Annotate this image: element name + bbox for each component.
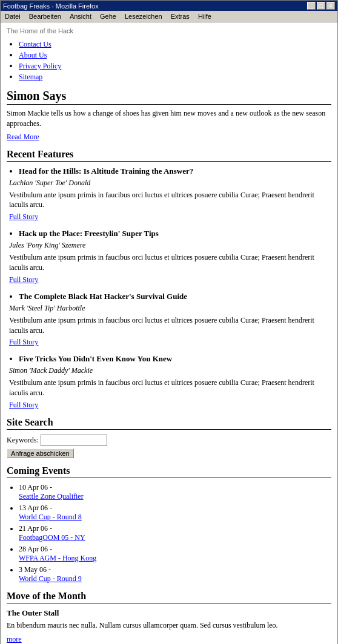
move-of-month-section: Move of the Month The Outer Stall En bib…: [7, 591, 331, 644]
list-item: Contact Us: [19, 39, 331, 49]
recent-features-title: Recent Features: [7, 149, 331, 162]
move-subtitle: The Outer Stall: [7, 608, 331, 618]
window-controls: _ □ ✕: [307, 2, 335, 10]
title-bar: Footbag Freaks - Mozilla Firefox _ □ ✕: [1, 1, 337, 11]
menu-lesezeichen[interactable]: Lesezeichen: [123, 12, 164, 21]
nav-privacy[interactable]: Privacy Policy: [19, 62, 61, 70]
list-item: 21 Apr 06 - FootbagOOM 05 - NY: [19, 524, 331, 542]
feature-author-4: Simon 'Mack Daddy' Mackie: [9, 366, 331, 375]
event-link-4[interactable]: WFPA AGM - Hong Kong: [19, 554, 96, 562]
window-title: Footbag Freaks - Mozilla Firefox: [3, 2, 99, 10]
event-link-5[interactable]: World Cup - Round 9: [19, 574, 82, 583]
simon-says-section: Simon Says Simon Mackie tells us how a c…: [7, 89, 331, 142]
feature-desc-1: Vestibulum ante ipsum primis in faucibus…: [9, 190, 331, 211]
browser-window: Footbag Freaks - Mozilla Firefox _ □ ✕ D…: [0, 0, 338, 644]
move-of-month-title: Move of the Month: [7, 591, 331, 603]
menu-bar: Datei Bearbeiten Ansicht Gehe Lesezeiche…: [1, 11, 337, 22]
menu-bearbeiten[interactable]: Bearbeiten: [27, 12, 63, 21]
list-item: 28 Apr 06 - WFPA AGM - Hong Kong: [19, 545, 331, 563]
feature-title-4: Five Tricks You Didn't Even Know You Kne…: [19, 354, 331, 364]
menu-gehe[interactable]: Gehe: [98, 12, 118, 21]
feature-link-2[interactable]: Full Story: [9, 275, 331, 284]
nav-contact[interactable]: Contact Us: [19, 40, 51, 48]
minimize-button[interactable]: _: [307, 2, 316, 10]
list-item: Hack up the Place: Freestylin' Super Tip…: [19, 229, 331, 284]
list-item: Five Tricks You Didn't Even Know You Kne…: [19, 354, 331, 410]
feature-desc-2: Vestibulum ante ipsum primis in faucibus…: [9, 252, 331, 273]
nav-sitemap[interactable]: Sitemap: [19, 73, 42, 81]
list-item: Privacy Policy: [19, 61, 331, 71]
coming-events-section: Coming Events 10 Apr 06 - Seattle Zone Q…: [7, 465, 331, 583]
feature-author-1: Lachlan 'Super Toe' Donald: [9, 179, 331, 188]
search-input[interactable]: [41, 435, 107, 446]
event-date-2: 13 Apr 06 -: [19, 504, 52, 512]
read-more-link[interactable]: Read More: [7, 133, 331, 142]
list-item: 10 Apr 06 - Seattle Zone Qualifier: [19, 483, 331, 501]
nav-links: Contact Us About Us Privacy Policy Sitem…: [7, 39, 331, 82]
site-tagline: The Home of the Hack: [7, 27, 331, 34]
event-date-1: 10 Apr 06 -: [19, 483, 52, 491]
menu-hilfe[interactable]: Hilfe: [196, 12, 213, 21]
feature-link-1[interactable]: Full Story: [9, 212, 331, 222]
list-item: Sitemap: [19, 72, 331, 82]
recent-features-section: Recent Features Head for the Hills: Is A…: [7, 149, 331, 410]
event-link-3[interactable]: FootbagOOM 05 - NY: [19, 533, 85, 542]
feature-author-3: Mark 'Steel Tip' Harbottle: [9, 304, 331, 313]
maximize-button[interactable]: □: [317, 2, 325, 10]
nav-about[interactable]: About Us: [19, 51, 47, 59]
feature-link-3[interactable]: Full Story: [9, 338, 331, 347]
feature-link-4[interactable]: Full Story: [9, 401, 331, 410]
list-item: The Complete Black Hat Hacker's Survival…: [19, 292, 331, 347]
feature-desc-4: Vestibulum ante ipsum primis in faucibus…: [9, 378, 331, 398]
list-item: Head for the Hills: Is Altitude Training…: [19, 166, 331, 222]
simon-says-title: Simon Says: [7, 89, 331, 105]
list-item: 3 May 06 - World Cup - Round 9: [19, 565, 331, 583]
menu-extras[interactable]: Extras: [169, 12, 191, 21]
feature-author-2: Jules 'Pony King' Szemere: [9, 241, 331, 250]
keywords-label: Keywords:: [7, 435, 331, 446]
simon-says-intro: Simon Mackie tells us how a change of sh…: [7, 108, 331, 129]
close-button[interactable]: ✕: [326, 2, 335, 10]
list-item: About Us: [19, 50, 331, 60]
events-list: 10 Apr 06 - Seattle Zone Qualifier 13 Ap…: [19, 483, 331, 583]
page-content: The Home of the Hack Contact Us About Us…: [1, 22, 337, 644]
site-search-section: Site Search Keywords: Anfrage abschicken: [7, 417, 331, 458]
site-search-title: Site Search: [7, 417, 331, 430]
event-link-1[interactable]: Seattle Zone Qualifier: [19, 492, 84, 501]
coming-events-title: Coming Events: [7, 465, 331, 478]
more-link[interactable]: more: [7, 635, 22, 643]
event-link-2[interactable]: World Cup - Round 8: [19, 513, 82, 521]
feature-title-2: Hack up the Place: Freestylin' Super Tip…: [19, 229, 331, 238]
features-list: Head for the Hills: Is Altitude Training…: [19, 166, 331, 410]
search-button[interactable]: Anfrage abschicken: [7, 448, 74, 458]
move-desc: En bibendum mauris nec nulla. Nullam cur…: [7, 620, 331, 631]
feature-title-1: Head for the Hills: Is Altitude Training…: [19, 166, 331, 176]
event-date-5: 3 May 06 -: [19, 565, 51, 574]
list-item: 13 Apr 06 - World Cup - Round 8: [19, 504, 331, 522]
feature-desc-3: Vestibulum ante ipsum primis in faucibus…: [9, 315, 331, 336]
feature-title-3: The Complete Black Hat Hacker's Survival…: [19, 292, 331, 301]
menu-datei[interactable]: Datei: [3, 12, 22, 21]
event-date-4: 28 Apr 06 -: [19, 545, 52, 553]
menu-ansicht[interactable]: Ansicht: [68, 12, 93, 21]
event-date-3: 21 Apr 06 -: [19, 524, 52, 533]
